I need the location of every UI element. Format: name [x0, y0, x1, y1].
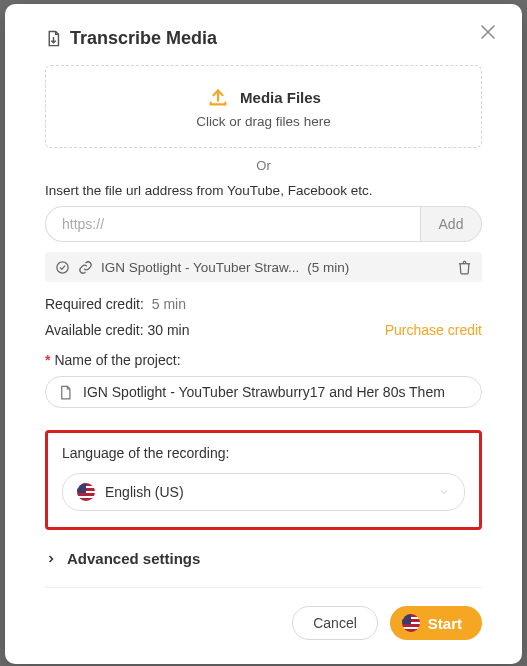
- language-label: Language of the recording:: [62, 445, 465, 461]
- transcribe-media-modal: Transcribe Media Media Files Click or dr…: [5, 4, 522, 664]
- dropzone-subtitle: Click or drag files here: [56, 114, 471, 129]
- required-credit-value: 5 min: [152, 296, 186, 312]
- file-transcribe-icon: [45, 30, 62, 47]
- required-credit-row: Required credit: 5 min: [45, 296, 482, 312]
- url-input[interactable]: [45, 206, 420, 242]
- delete-queued-button[interactable]: [457, 260, 472, 275]
- language-selected-value: English (US): [105, 484, 184, 500]
- queued-file-duration: (5 min): [307, 260, 349, 275]
- add-url-button[interactable]: Add: [420, 206, 482, 242]
- start-button-label: Start: [428, 615, 462, 632]
- language-select[interactable]: English (US): [62, 473, 465, 511]
- project-name-field[interactable]: [45, 376, 482, 408]
- project-name-label: *Name of the project:: [45, 352, 482, 368]
- media-dropzone[interactable]: Media Files Click or drag files here: [45, 65, 482, 148]
- flag-us-icon: [402, 614, 420, 632]
- chevron-right-icon: [45, 553, 57, 565]
- modal-header: Transcribe Media: [45, 28, 482, 49]
- flag-us-icon: [77, 483, 95, 501]
- url-input-row: Add: [45, 206, 482, 242]
- queued-file-name: IGN Spotlight - YouTuber Straw...: [101, 260, 299, 275]
- link-icon: [78, 260, 93, 275]
- available-credit-value: 30 min: [147, 322, 189, 338]
- modal-title: Transcribe Media: [70, 28, 217, 49]
- upload-icon: [206, 86, 230, 108]
- svg-point-1: [57, 261, 68, 272]
- purchase-credit-link[interactable]: Purchase credit: [385, 322, 482, 338]
- available-credit-row: Available credit: 30 min Purchase credit: [45, 322, 482, 338]
- check-circle-icon: [55, 260, 70, 275]
- chevron-down-icon: [438, 486, 450, 498]
- required-credit-label: Required credit:: [45, 296, 144, 312]
- trash-icon: [457, 260, 472, 275]
- or-divider: Or: [45, 158, 482, 173]
- dropzone-title: Media Files: [240, 89, 321, 106]
- language-highlight: Language of the recording: English (US): [45, 430, 482, 530]
- start-button[interactable]: Start: [390, 606, 482, 640]
- close-button[interactable]: [480, 24, 500, 44]
- close-icon: [480, 24, 496, 40]
- required-asterisk: *: [45, 352, 50, 368]
- advanced-settings-toggle[interactable]: Advanced settings: [45, 550, 482, 588]
- modal-footer: Cancel Start: [45, 588, 482, 640]
- queued-file-row: IGN Spotlight - YouTuber Straw... (5 min…: [45, 252, 482, 282]
- available-credit-label: Available credit:: [45, 322, 144, 338]
- advanced-settings-label: Advanced settings: [67, 550, 200, 567]
- project-name-input[interactable]: [81, 383, 469, 401]
- url-label: Insert the file url address from YouTube…: [45, 183, 482, 198]
- cancel-button[interactable]: Cancel: [292, 606, 378, 640]
- file-icon: [58, 385, 73, 400]
